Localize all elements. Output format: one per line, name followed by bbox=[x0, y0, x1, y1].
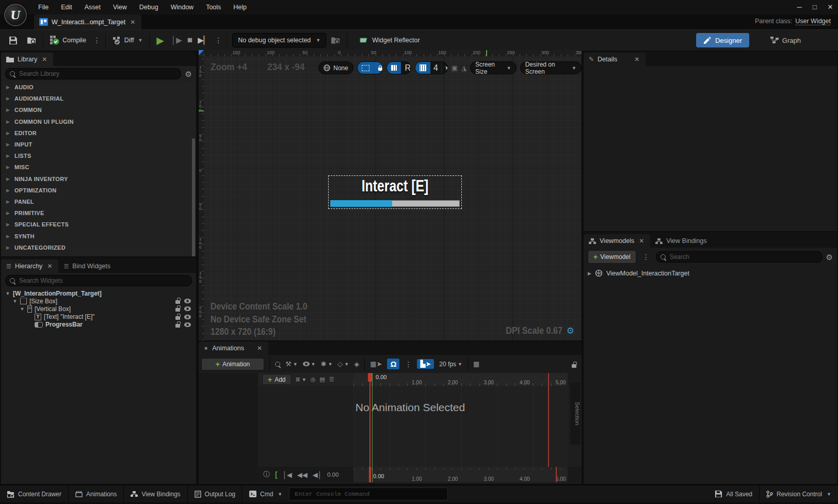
tab-details[interactable]: ✎ Details ✕ bbox=[584, 53, 646, 66]
layout-mode-toggle[interactable] bbox=[387, 62, 401, 74]
edit-mode-icon[interactable]: ▦➤ bbox=[370, 360, 382, 368]
isolate-icon[interactable]: ◎ bbox=[311, 376, 316, 383]
visibility-eye-icon[interactable] bbox=[184, 315, 191, 319]
save-status-button[interactable]: All Saved bbox=[708, 485, 759, 502]
expand-arrow-icon[interactable]: ▶ bbox=[6, 176, 10, 182]
expand-arrow-icon[interactable]: ▶ bbox=[6, 131, 10, 136]
selected-widget-preview[interactable]: Interact [E] bbox=[328, 175, 462, 209]
library-category-user-created[interactable]: ▶USER CREATED bbox=[1, 253, 196, 256]
grid-snap-toggle[interactable] bbox=[415, 62, 430, 74]
playback-options-icon[interactable]: ✺▼ bbox=[321, 360, 333, 368]
expand-arrow-icon[interactable]: ▶ bbox=[6, 107, 10, 112]
sequencer-search-icon[interactable] bbox=[275, 362, 280, 367]
info-icon[interactable]: ⓘ bbox=[263, 470, 270, 479]
designer-canvas[interactable]: 15010050050100150200250300350 1 5 01 0 0… bbox=[199, 50, 582, 340]
viewmodels-settings-gear-icon[interactable]: ⚙ bbox=[826, 253, 833, 261]
library-category-misc[interactable]: ▶MISC bbox=[1, 161, 196, 173]
add-track-button[interactable]: + Add bbox=[262, 374, 292, 385]
play-options-icon[interactable]: ⋮ bbox=[212, 36, 224, 44]
visibility-eye-icon[interactable] bbox=[184, 306, 191, 311]
flip-preview-icon[interactable]: ◭ bbox=[461, 64, 466, 72]
step-forward-button[interactable]: │▶ bbox=[169, 30, 185, 51]
animations-drawer-button[interactable]: Animations bbox=[69, 485, 123, 502]
viewmodels-tab-close-icon[interactable]: ✕ bbox=[638, 237, 645, 245]
asset-tab-close-icon[interactable]: ✕ bbox=[129, 19, 136, 26]
viewmodels-searchbox[interactable] bbox=[656, 251, 823, 263]
hierarchy-tab-close-icon[interactable]: ✕ bbox=[46, 263, 53, 270]
minimize-button[interactable]: ─ bbox=[792, 1, 807, 14]
unlock-icon[interactable] bbox=[175, 300, 180, 304]
snap-options-icon[interactable]: ⋮ bbox=[405, 360, 412, 368]
playhead-handle[interactable] bbox=[368, 373, 372, 382]
expand-arrow-icon[interactable]: ▼ bbox=[20, 306, 25, 312]
menu-item-help[interactable]: Help bbox=[227, 0, 253, 14]
keyframe-options-icon[interactable]: ◇▼ bbox=[337, 360, 349, 368]
library-category-synth[interactable]: ▶SYNTH bbox=[1, 230, 196, 241]
library-category-editor[interactable]: ▶EDITOR bbox=[1, 127, 196, 139]
filter-icon[interactable]: ≣▼ bbox=[296, 376, 307, 383]
unlock-icon[interactable] bbox=[175, 324, 180, 328]
jump-to-start-icon[interactable]: │◀ bbox=[283, 471, 292, 479]
menu-item-debug[interactable]: Debug bbox=[133, 0, 165, 14]
library-category-input[interactable]: ▶INPUT bbox=[1, 139, 196, 150]
parent-class-value[interactable]: User Widget bbox=[795, 18, 831, 25]
hierarchy-row-w-interactionprompt-target[interactable]: ▼[W_InteractionPrompt_Target] bbox=[1, 289, 196, 297]
menu-item-view[interactable]: View bbox=[107, 0, 133, 14]
menu-item-edit[interactable]: Edit bbox=[55, 0, 78, 14]
compile-button[interactable]: Compile bbox=[45, 30, 91, 51]
menu-item-asset[interactable]: Asset bbox=[78, 0, 107, 14]
tab-view-bindings[interactable]: View Bindings bbox=[650, 234, 712, 248]
expand-arrow-icon[interactable]: ▶ bbox=[6, 119, 10, 124]
expand-arrow-icon[interactable]: ▼ bbox=[12, 299, 18, 304]
respect-locks-button[interactable]: R bbox=[401, 62, 412, 74]
auto-key-icon[interactable]: ◈ bbox=[354, 360, 359, 368]
viewmodels-search-input[interactable] bbox=[669, 253, 818, 261]
hierarchy-row-progressbar[interactable]: ProgressBar bbox=[1, 321, 196, 329]
localization-preview-dropdown[interactable]: None bbox=[318, 61, 353, 74]
viewmodel-options-icon[interactable]: ⋮ bbox=[640, 253, 652, 261]
menu-item-window[interactable]: Window bbox=[165, 0, 200, 14]
tab-bind-widgets[interactable]: ☰ Bind Widgets bbox=[58, 259, 116, 273]
expand-arrow-icon[interactable]: ▶ bbox=[6, 245, 10, 250]
expand-arrow-icon[interactable]: ▶ bbox=[6, 85, 10, 90]
mini-playhead[interactable] bbox=[369, 467, 371, 482]
hierarchy-search-input[interactable] bbox=[18, 277, 187, 285]
fill-rule-dropdown[interactable]: Desired on Screen ▼ bbox=[520, 61, 582, 74]
visibility-eye-icon[interactable] bbox=[184, 322, 191, 327]
widget-reflector-button[interactable]: Widget Reflector bbox=[354, 30, 424, 51]
camera-icon[interactable]: ▤ bbox=[319, 376, 325, 383]
show-dashed-outline-toggle[interactable] bbox=[358, 62, 374, 74]
debug-object-dropdown[interactable]: No debug object selected ▼ bbox=[232, 33, 326, 47]
library-category-optimization[interactable]: ▶OPTIMIZATION bbox=[1, 185, 196, 196]
expand-arrow-icon[interactable]: ▶ bbox=[6, 188, 10, 193]
hierarchy-row-text-interact-e[interactable]: T[Text] "Interact [E]" bbox=[1, 313, 196, 321]
library-category-lists[interactable]: ▶LISTS bbox=[1, 150, 196, 161]
hierarchy-row-size-box[interactable]: ▼[Size Box] bbox=[1, 297, 196, 305]
tab-viewmodels[interactable]: Viewmodels ✕ bbox=[584, 234, 650, 248]
library-category-common[interactable]: ▶COMMON bbox=[1, 104, 196, 116]
save-button[interactable] bbox=[4, 30, 22, 51]
hierarchy-row-vertical-box[interactable]: ▼[Vertical Box] bbox=[1, 305, 196, 313]
step-back-icon[interactable]: ◀│ bbox=[313, 471, 322, 479]
browse-to-asset-button[interactable] bbox=[22, 30, 41, 51]
hierarchy-searchbox[interactable] bbox=[5, 275, 192, 286]
skip-to-end-button[interactable]: ▶▏ bbox=[195, 30, 212, 51]
expand-arrow-icon[interactable]: ▶ bbox=[6, 199, 10, 204]
dpi-settings-gear-icon[interactable]: ⚙ bbox=[567, 326, 574, 336]
fps-dropdown[interactable]: 20 fps▼ bbox=[439, 361, 462, 368]
cmd-dropdown[interactable]: Cmd ▼ bbox=[243, 485, 289, 502]
graph-mode-button[interactable]: Graph bbox=[765, 33, 806, 47]
library-searchbox[interactable] bbox=[5, 68, 181, 79]
expand-arrow-icon[interactable]: ▶ bbox=[6, 234, 10, 239]
viewmodel-item[interactable]: ▶ ViewModel_InteractionTarget bbox=[584, 266, 837, 280]
tab-animations[interactable]: ✦ Animations ✕ bbox=[199, 342, 268, 355]
select-locked-dropdown[interactable]: ➤ bbox=[441, 62, 448, 74]
snap-magnet-toggle[interactable]: Ω bbox=[387, 359, 399, 369]
animation-list[interactable] bbox=[199, 373, 258, 482]
library-category-primitive[interactable]: ▶PRIMITIVE bbox=[1, 207, 196, 219]
designer-mode-button[interactable]: Designer bbox=[696, 33, 749, 47]
expand-arrow-icon[interactable]: ▼ bbox=[5, 291, 10, 296]
view-options-icon[interactable]: ▼ bbox=[303, 362, 316, 367]
visibility-eye-icon[interactable] bbox=[184, 299, 191, 303]
library-tab-close-icon[interactable]: ✕ bbox=[41, 56, 48, 63]
